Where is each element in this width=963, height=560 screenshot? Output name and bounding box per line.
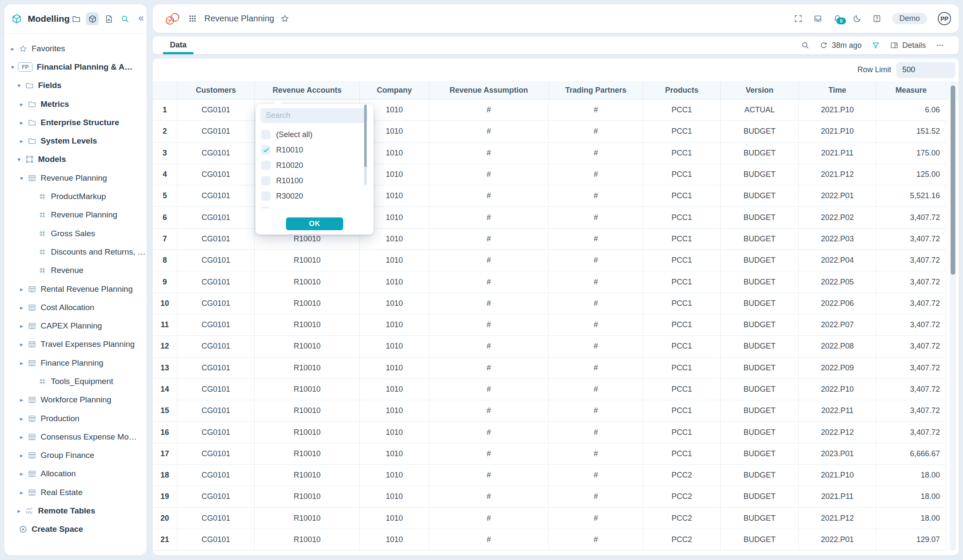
tree-item-gross-sales[interactable]: Gross Sales bbox=[4, 224, 147, 243]
tab-data[interactable]: Data bbox=[163, 36, 194, 54]
table-cell: 3,407.72 bbox=[876, 379, 946, 400]
tree-item-revenue-planning[interactable]: ▾Revenue Planning bbox=[4, 169, 147, 187]
column-header-trading-partners[interactable]: Trading Partners bbox=[549, 81, 643, 100]
column-header-revenue-accounts[interactable]: Revenue Accounts bbox=[255, 81, 360, 100]
tree-item-models[interactable]: ▾Models bbox=[4, 150, 147, 169]
favorite-star-icon[interactable] bbox=[280, 14, 289, 23]
tree-item-allocation[interactable]: ▸Allocation bbox=[4, 465, 147, 483]
row-limit-input[interactable] bbox=[896, 62, 955, 78]
expand-arrow-icon[interactable]: ▸ bbox=[20, 101, 26, 108]
notifications-bell-icon[interactable]: 0 bbox=[833, 14, 842, 23]
expand-arrow-icon[interactable]: ▸ bbox=[20, 470, 26, 477]
filter-icon[interactable] bbox=[872, 41, 880, 50]
more-actions-icon[interactable] bbox=[936, 41, 944, 50]
column-header-customers[interactable]: Customers bbox=[177, 81, 255, 100]
collapse-arrow-icon[interactable]: ▾ bbox=[18, 82, 24, 89]
tree-item-discounts-and-returns-c[interactable]: Discounts and Returns, C… bbox=[4, 243, 147, 261]
checkbox-icon[interactable] bbox=[261, 130, 271, 139]
tree-item-enterprise-structure[interactable]: ▸Enterprise Structure bbox=[4, 113, 147, 132]
tree-item-remote-tables[interactable]: ▸Remote Tables bbox=[4, 501, 147, 520]
collapse-arrow-icon[interactable]: ▾ bbox=[11, 64, 17, 70]
filter-option-partial[interactable] bbox=[256, 204, 374, 208]
dark-mode-moon-icon[interactable] bbox=[853, 14, 862, 23]
expand-arrow-icon[interactable]: ▸ bbox=[20, 119, 26, 126]
tree-item-real-estate[interactable]: ▸Real Estate bbox=[4, 483, 147, 501]
filter-option-select-all[interactable]: (Select all) bbox=[256, 127, 374, 142]
tree-item-fields[interactable]: ▾Fields bbox=[4, 76, 147, 95]
collapse-arrow-icon[interactable]: ▾ bbox=[20, 175, 26, 182]
column-header-revenue-assumption[interactable]: Revenue Assumption bbox=[429, 81, 549, 100]
search-button[interactable] bbox=[118, 12, 131, 25]
apps-grid-icon[interactable] bbox=[188, 15, 197, 23]
column-header-products[interactable]: Products bbox=[643, 81, 721, 100]
tree-item-group-finance[interactable]: ▸Group Finance bbox=[4, 446, 147, 465]
refresh-control[interactable]: 38m ago bbox=[819, 41, 862, 50]
fullscreen-icon[interactable] bbox=[794, 14, 803, 23]
filter-option-r10100[interactable]: R10100 bbox=[256, 173, 374, 188]
tree-item-tools-equipment[interactable]: Tools_Equipment bbox=[4, 372, 147, 390]
filter-scrollbar-thumb[interactable] bbox=[364, 105, 367, 167]
report-button[interactable] bbox=[102, 12, 115, 25]
tree-item-system-levels[interactable]: ▸System Levels bbox=[4, 132, 147, 150]
table-cell: # bbox=[429, 422, 549, 443]
row-number-cell: 11 bbox=[153, 314, 177, 336]
expand-arrow-icon[interactable]: ▸ bbox=[20, 360, 26, 366]
expand-arrow-icon[interactable]: ▸ bbox=[20, 138, 26, 144]
details-control[interactable]: Details bbox=[890, 41, 926, 50]
column-header-time[interactable]: Time bbox=[799, 81, 876, 100]
expand-arrow-icon[interactable]: ▸ bbox=[18, 507, 24, 514]
tree-item-rental-revenue-planning[interactable]: ▸Rental Revenue Planning bbox=[4, 280, 147, 298]
help-icon[interactable] bbox=[872, 14, 881, 23]
inbox-icon[interactable] bbox=[813, 14, 822, 23]
expand-arrow-icon[interactable]: ▸ bbox=[20, 341, 26, 348]
tree-item-productmarkup[interactable]: ProductMarkup bbox=[4, 187, 147, 205]
collapse-arrow-icon[interactable]: ▾ bbox=[18, 156, 24, 163]
column-header-version[interactable]: Version bbox=[721, 81, 799, 100]
tree-item-favorites[interactable]: ▸Favorites bbox=[4, 39, 147, 58]
tree-item-cost-allocation[interactable]: ▸Cost Allocation bbox=[4, 298, 147, 317]
table-cell: # bbox=[429, 293, 549, 314]
tree-item-consensus-expense-mo[interactable]: ▸Consensus Expense Mo… bbox=[4, 428, 147, 446]
modelling-cube-button[interactable] bbox=[86, 12, 99, 25]
filter-scrollbar-track[interactable] bbox=[364, 105, 367, 185]
open-folder-button[interactable] bbox=[70, 12, 82, 25]
tree-item-metrics[interactable]: ▸Metrics bbox=[4, 95, 147, 113]
vertical-scrollbar-thumb[interactable] bbox=[951, 85, 955, 275]
collapse-sidebar-button[interactable]: « bbox=[135, 12, 147, 25]
tree-item-revenue-planning[interactable]: Revenue Planning bbox=[4, 206, 147, 224]
expand-arrow-icon[interactable]: ▸ bbox=[20, 286, 26, 293]
column-header-company[interactable]: Company bbox=[360, 81, 429, 100]
column-header-measure[interactable]: Measure bbox=[876, 81, 946, 100]
expand-arrow-icon[interactable]: ▸ bbox=[11, 45, 17, 52]
tree-item-financial-planning-analysis[interactable]: ▾FPFinancial Planning & Analysis bbox=[4, 58, 147, 76]
expand-arrow-icon[interactable]: ▸ bbox=[20, 304, 26, 311]
environment-badge[interactable]: Demo bbox=[892, 13, 927, 24]
user-avatar[interactable]: PP bbox=[938, 12, 951, 25]
expand-arrow-icon[interactable]: ▸ bbox=[20, 396, 26, 403]
expand-arrow-icon[interactable]: ▸ bbox=[20, 452, 26, 459]
checkbox-icon[interactable] bbox=[261, 207, 271, 208]
checkbox-icon[interactable] bbox=[261, 191, 271, 201]
tree-item-finance-planning[interactable]: ▸Finance Planning bbox=[4, 354, 147, 372]
expand-arrow-icon[interactable]: ▸ bbox=[20, 434, 26, 440]
checkbox-checked-icon[interactable] bbox=[261, 145, 271, 155]
filter-ok-button[interactable]: OK bbox=[286, 217, 343, 230]
filter-search-input[interactable] bbox=[260, 108, 368, 123]
tree-item-capex-planning[interactable]: ▸CAPEX Planning bbox=[4, 317, 147, 335]
filter-option-r30020[interactable]: R30020 bbox=[256, 188, 374, 204]
search-icon[interactable] bbox=[801, 41, 810, 50]
tree-item-travel-expenses-planning[interactable]: ▸Travel Expenses Planning bbox=[4, 335, 147, 354]
expand-arrow-icon[interactable]: ▸ bbox=[20, 323, 26, 329]
checkbox-icon[interactable] bbox=[261, 176, 271, 185]
expand-arrow-icon[interactable]: ▸ bbox=[20, 415, 26, 422]
expand-arrow-icon[interactable]: ▸ bbox=[20, 489, 26, 496]
tree-item-workforce-planning[interactable]: ▸Workforce Planning bbox=[4, 391, 147, 409]
checkbox-icon[interactable] bbox=[261, 161, 271, 170]
filter-option-r10010[interactable]: R10010 bbox=[256, 142, 374, 158]
filter-option-r10020[interactable]: R10020 bbox=[256, 158, 374, 173]
tree-item-revenue[interactable]: Revenue bbox=[4, 261, 147, 280]
tree-item-create-space[interactable]: Create Space bbox=[4, 520, 147, 539]
tree-item-label: System Levels bbox=[41, 136, 97, 146]
table-cell: 1010 bbox=[360, 400, 429, 422]
tree-item-production[interactable]: ▸Production bbox=[4, 409, 147, 428]
